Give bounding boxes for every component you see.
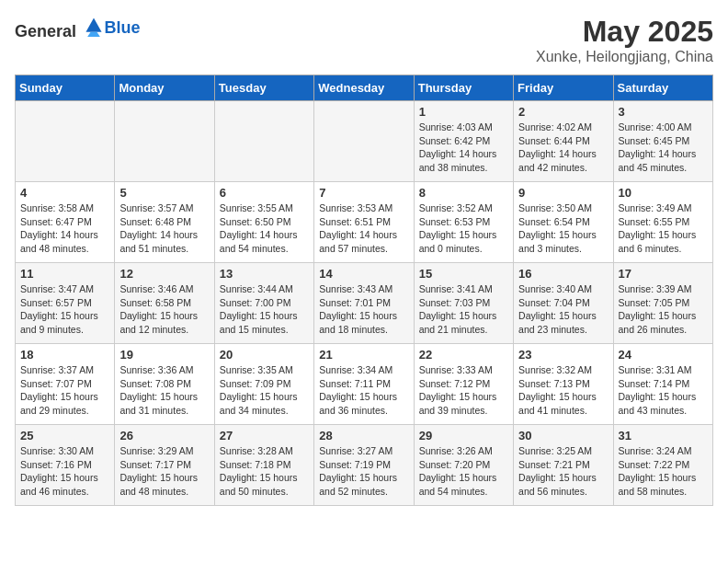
day-info: Sunrise: 3:30 AM Sunset: 7:16 PM Dayligh… — [20, 444, 109, 499]
calendar-week-2: 4Sunrise: 3:58 AM Sunset: 6:47 PM Daylig… — [16, 182, 713, 263]
day-info: Sunrise: 3:34 AM Sunset: 7:11 PM Dayligh… — [319, 363, 408, 418]
day-info: Sunrise: 3:52 AM Sunset: 6:53 PM Dayligh… — [419, 201, 508, 256]
calendar-cell: 4Sunrise: 3:58 AM Sunset: 6:47 PM Daylig… — [16, 182, 115, 263]
day-info: Sunrise: 3:33 AM Sunset: 7:12 PM Dayligh… — [419, 363, 508, 418]
day-number: 26 — [119, 429, 209, 442]
day-number: 11 — [20, 267, 109, 281]
day-info: Sunrise: 3:25 AM Sunset: 7:21 PM Dayligh… — [518, 444, 608, 499]
dow-header-sunday: Sunday — [16, 75, 115, 101]
day-number: 23 — [518, 348, 608, 362]
day-info: Sunrise: 3:36 AM Sunset: 7:08 PM Dayligh… — [119, 363, 209, 418]
logo-general-text: General — [15, 22, 76, 40]
day-number: 17 — [619, 267, 708, 281]
calendar-cell: 31Sunrise: 3:24 AM Sunset: 7:22 PM Dayli… — [613, 425, 712, 506]
day-number: 5 — [119, 186, 209, 200]
day-number: 21 — [319, 348, 408, 362]
calendar-cell: 28Sunrise: 3:27 AM Sunset: 7:19 PM Dayli… — [314, 425, 414, 506]
title-area: May 2025 Xunke, Heilongjiang, China — [536, 15, 713, 65]
day-number: 8 — [419, 186, 508, 200]
calendar-cell: 25Sunrise: 3:30 AM Sunset: 7:16 PM Dayli… — [16, 425, 115, 506]
calendar-cell: 16Sunrise: 3:40 AM Sunset: 7:04 PM Dayli… — [514, 263, 613, 344]
day-number: 27 — [220, 429, 309, 442]
day-number: 31 — [619, 429, 708, 442]
day-number: 7 — [319, 186, 408, 200]
day-info: Sunrise: 3:40 AM Sunset: 7:04 PM Dayligh… — [518, 282, 608, 337]
day-number: 15 — [419, 267, 508, 281]
day-number: 22 — [419, 348, 508, 362]
day-info: Sunrise: 3:35 AM Sunset: 7:09 PM Dayligh… — [220, 363, 309, 418]
day-info: Sunrise: 3:29 AM Sunset: 7:17 PM Dayligh… — [119, 444, 209, 499]
day-info: Sunrise: 3:47 AM Sunset: 6:57 PM Dayligh… — [20, 282, 109, 337]
day-number: 29 — [419, 429, 508, 442]
day-info: Sunrise: 3:41 AM Sunset: 7:03 PM Dayligh… — [419, 282, 508, 337]
day-info: Sunrise: 3:57 AM Sunset: 6:48 PM Dayligh… — [119, 201, 209, 256]
calendar-cell: 29Sunrise: 3:26 AM Sunset: 7:20 PM Dayli… — [414, 425, 513, 506]
day-number: 24 — [619, 348, 708, 362]
day-number: 18 — [20, 348, 109, 362]
day-info: Sunrise: 3:28 AM Sunset: 7:18 PM Dayligh… — [220, 444, 309, 499]
day-info: Sunrise: 3:31 AM Sunset: 7:14 PM Dayligh… — [619, 363, 708, 418]
logo-blue-text: Blue — [105, 18, 141, 37]
day-number: 4 — [20, 186, 109, 200]
day-info: Sunrise: 3:43 AM Sunset: 7:01 PM Dayligh… — [319, 282, 408, 337]
calendar-cell: 24Sunrise: 3:31 AM Sunset: 7:14 PM Dayli… — [613, 344, 712, 425]
calendar-cell: 7Sunrise: 3:53 AM Sunset: 6:51 PM Daylig… — [314, 182, 414, 263]
calendar-cell: 15Sunrise: 3:41 AM Sunset: 7:03 PM Dayli… — [414, 263, 513, 344]
day-number: 9 — [518, 186, 608, 200]
day-number: 30 — [518, 429, 608, 442]
month-title: May 2025 — [536, 15, 713, 49]
day-info: Sunrise: 3:44 AM Sunset: 7:00 PM Dayligh… — [220, 282, 309, 337]
day-info: Sunrise: 3:37 AM Sunset: 7:07 PM Dayligh… — [20, 363, 109, 418]
location-title: Xunke, Heilongjiang, China — [536, 49, 713, 65]
calendar-cell — [115, 101, 214, 182]
dow-header-wednesday: Wednesday — [314, 75, 414, 101]
calendar-cell: 26Sunrise: 3:29 AM Sunset: 7:17 PM Dayli… — [115, 425, 214, 506]
calendar-cell: 3Sunrise: 4:00 AM Sunset: 6:45 PM Daylig… — [613, 101, 712, 182]
day-info: Sunrise: 3:32 AM Sunset: 7:13 PM Dayligh… — [518, 363, 608, 418]
dow-header-tuesday: Tuesday — [214, 75, 313, 101]
dow-header-monday: Monday — [115, 75, 214, 101]
day-info: Sunrise: 3:27 AM Sunset: 7:19 PM Dayligh… — [319, 444, 408, 499]
calendar-cell: 2Sunrise: 4:02 AM Sunset: 6:44 PM Daylig… — [514, 101, 613, 182]
day-info: Sunrise: 3:49 AM Sunset: 6:55 PM Dayligh… — [619, 201, 708, 256]
day-number: 12 — [119, 267, 209, 281]
calendar-cell: 8Sunrise: 3:52 AM Sunset: 6:53 PM Daylig… — [414, 182, 513, 263]
day-number: 14 — [319, 267, 408, 281]
svg-marker-1 — [87, 32, 100, 37]
calendar-cell: 10Sunrise: 3:49 AM Sunset: 6:55 PM Dayli… — [613, 182, 712, 263]
calendar-cell: 18Sunrise: 3:37 AM Sunset: 7:07 PM Dayli… — [16, 344, 115, 425]
calendar-cell: 5Sunrise: 3:57 AM Sunset: 6:48 PM Daylig… — [115, 182, 214, 263]
day-number: 1 — [419, 105, 508, 119]
calendar-cell: 13Sunrise: 3:44 AM Sunset: 7:00 PM Dayli… — [214, 263, 313, 344]
calendar-cell: 9Sunrise: 3:50 AM Sunset: 6:54 PM Daylig… — [514, 182, 613, 263]
calendar-cell — [214, 101, 313, 182]
calendar-cell: 22Sunrise: 3:33 AM Sunset: 7:12 PM Dayli… — [414, 344, 513, 425]
calendar-week-1: 1Sunrise: 4:03 AM Sunset: 6:42 PM Daylig… — [16, 101, 713, 182]
day-number: 16 — [518, 267, 608, 281]
dow-header-friday: Friday — [514, 75, 613, 101]
calendar-cell: 1Sunrise: 4:03 AM Sunset: 6:42 PM Daylig… — [414, 101, 513, 182]
calendar-week-5: 25Sunrise: 3:30 AM Sunset: 7:16 PM Dayli… — [16, 425, 713, 506]
day-number: 2 — [518, 105, 608, 119]
day-info: Sunrise: 4:03 AM Sunset: 6:42 PM Dayligh… — [419, 121, 508, 175]
day-info: Sunrise: 3:46 AM Sunset: 6:58 PM Dayligh… — [119, 282, 209, 337]
calendar-cell: 27Sunrise: 3:28 AM Sunset: 7:18 PM Dayli… — [214, 425, 313, 506]
day-info: Sunrise: 3:55 AM Sunset: 6:50 PM Dayligh… — [220, 201, 309, 256]
calendar-week-4: 18Sunrise: 3:37 AM Sunset: 7:07 PM Dayli… — [16, 344, 713, 425]
calendar-cell: 19Sunrise: 3:36 AM Sunset: 7:08 PM Dayli… — [115, 344, 214, 425]
calendar-cell: 6Sunrise: 3:55 AM Sunset: 6:50 PM Daylig… — [214, 182, 313, 263]
calendar-cell: 11Sunrise: 3:47 AM Sunset: 6:57 PM Dayli… — [16, 263, 115, 344]
day-number: 13 — [220, 267, 309, 281]
day-number: 3 — [619, 105, 708, 119]
day-info: Sunrise: 3:50 AM Sunset: 6:54 PM Dayligh… — [518, 201, 608, 256]
calendar-week-3: 11Sunrise: 3:47 AM Sunset: 6:57 PM Dayli… — [16, 263, 713, 344]
logo: General Blue — [15, 15, 141, 41]
day-info: Sunrise: 3:26 AM Sunset: 7:20 PM Dayligh… — [419, 444, 508, 499]
day-info: Sunrise: 3:24 AM Sunset: 7:22 PM Dayligh… — [619, 444, 708, 499]
header: General Blue May 2025 Xunke, Heilongjian… — [15, 15, 713, 65]
day-info: Sunrise: 3:58 AM Sunset: 6:47 PM Dayligh… — [20, 201, 109, 256]
day-number: 6 — [220, 186, 309, 200]
calendar-cell — [16, 101, 115, 182]
day-info: Sunrise: 3:39 AM Sunset: 7:05 PM Dayligh… — [619, 282, 708, 337]
calendar-cell — [314, 101, 414, 182]
